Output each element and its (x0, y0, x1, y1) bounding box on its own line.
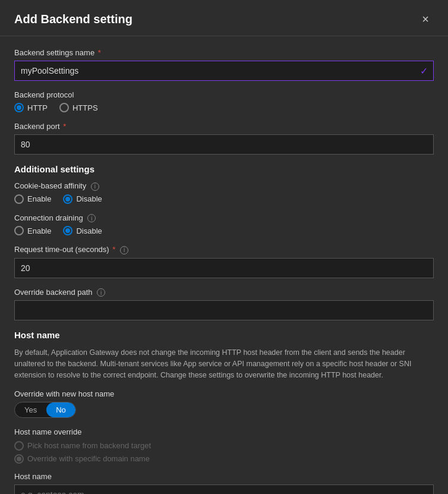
override-no-option[interactable]: No (46, 402, 75, 417)
cookie-affinity-enable-option[interactable]: Enable (14, 194, 51, 204)
backend-settings-name-label: Backend settings name * (14, 48, 434, 57)
override-backend-path-info-icon[interactable]: i (97, 288, 105, 297)
cookie-affinity-label: Cookie-based affinity i (14, 181, 434, 191)
connection-draining-disable-option[interactable]: Disable (63, 226, 102, 235)
host-name-section: Host name By default, Application Gatewa… (14, 330, 434, 494)
request-timeout-info-icon[interactable]: i (120, 246, 128, 254)
protocol-https-option[interactable]: HTTPS (59, 103, 98, 112)
override-backend-path-input[interactable] (14, 300, 434, 320)
override-yes-option[interactable]: Yes (15, 402, 46, 417)
override-host-name-group: Override with new host name Yes No (14, 389, 434, 418)
connection-draining-enable-radio[interactable] (14, 226, 24, 235)
input-check-icon: ✓ (420, 65, 428, 77)
required-marker-port: * (63, 122, 66, 131)
protocol-http-option[interactable]: HTTP (14, 103, 48, 112)
backend-port-label: Backend port * (14, 122, 434, 131)
backend-protocol-radio-group: HTTP HTTPS (14, 103, 434, 112)
backend-protocol-group: Backend protocol HTTP HTTPS (14, 90, 434, 112)
additional-settings-title: Additional settings (14, 164, 434, 174)
cookie-affinity-enable-radio[interactable] (14, 194, 24, 204)
backend-protocol-label: Backend protocol (14, 90, 434, 99)
request-timeout-input[interactable] (14, 258, 434, 278)
connection-draining-disable-radio[interactable] (63, 226, 72, 235)
host-name-override-radio1 (14, 441, 24, 451)
host-name-description: By default, Application Gateway does not… (14, 347, 434, 380)
modal-title: Add Backend setting (14, 12, 132, 26)
connection-draining-enable-label: Enable (27, 226, 51, 235)
host-name-override-option1: Pick host name from backend target (14, 441, 434, 451)
connection-draining-group: Connection draining i Enable Disable (14, 213, 434, 236)
protocol-http-label: HTTP (27, 103, 48, 112)
override-host-name-toggle[interactable]: Yes No (14, 402, 76, 418)
connection-draining-disable-label: Disable (76, 226, 102, 235)
host-name-section-title: Host name (14, 330, 434, 340)
host-name-override-option1-row: Pick host name from backend target (14, 441, 434, 451)
connection-draining-enable-option[interactable]: Enable (14, 226, 51, 235)
host-name-override-label: Host name override (14, 427, 434, 436)
protocol-https-radio[interactable] (59, 103, 69, 112)
override-backend-path-group: Override backend path i (14, 288, 434, 321)
required-marker: * (98, 48, 101, 57)
close-button[interactable]: × (417, 11, 434, 27)
backend-settings-name-group: Backend settings name * ✓ (14, 48, 434, 81)
override-backend-path-label: Override backend path i (14, 288, 434, 297)
request-timeout-label: Request time-out (seconds) * i (14, 245, 434, 254)
cookie-affinity-disable-radio[interactable] (63, 194, 72, 204)
host-name-field-group: Host name (14, 472, 434, 495)
host-name-field-input[interactable] (14, 484, 434, 495)
backend-settings-name-input[interactable] (14, 61, 434, 81)
cookie-affinity-radio-group: Enable Disable (14, 194, 434, 204)
request-timeout-group: Request time-out (seconds) * i (14, 245, 434, 278)
backend-port-group: Backend port * (14, 122, 434, 155)
backend-settings-name-input-wrapper: ✓ (14, 61, 434, 81)
add-backend-setting-modal: Add Backend setting × Backend settings n… (0, 0, 448, 494)
cookie-affinity-disable-option[interactable]: Disable (63, 194, 102, 204)
host-name-override-radio2 (14, 454, 24, 464)
protocol-https-label: HTTPS (72, 103, 98, 112)
cookie-affinity-disable-label: Disable (76, 194, 102, 203)
connection-draining-info-icon[interactable]: i (87, 214, 96, 222)
host-name-field-label: Host name (14, 472, 434, 481)
host-name-override-label2: Override with specific domain name (27, 454, 150, 463)
host-name-override-option2-row: Override with specific domain name (14, 454, 434, 464)
cookie-affinity-group: Cookie-based affinity i Enable Disable (14, 181, 434, 204)
host-name-override-label1: Pick host name from backend target (27, 441, 151, 450)
modal-header: Add Backend setting × (0, 0, 448, 36)
protocol-http-radio[interactable] (14, 103, 24, 112)
host-name-override-option2: Override with specific domain name (14, 454, 434, 464)
cookie-affinity-info-icon[interactable]: i (91, 183, 99, 191)
modal-body: Backend settings name * ✓ Backend protoc… (0, 36, 448, 494)
backend-port-input[interactable] (14, 134, 434, 155)
override-host-name-label: Override with new host name (14, 389, 434, 398)
connection-draining-radio-group: Enable Disable (14, 226, 434, 235)
cookie-affinity-enable-label: Enable (27, 194, 51, 203)
required-marker-timeout: * (112, 245, 115, 254)
additional-settings-section: Additional settings Cookie-based affinit… (14, 164, 434, 320)
host-name-override-section: Host name override Pick host name from b… (14, 427, 434, 464)
connection-draining-label: Connection draining i (14, 213, 434, 223)
